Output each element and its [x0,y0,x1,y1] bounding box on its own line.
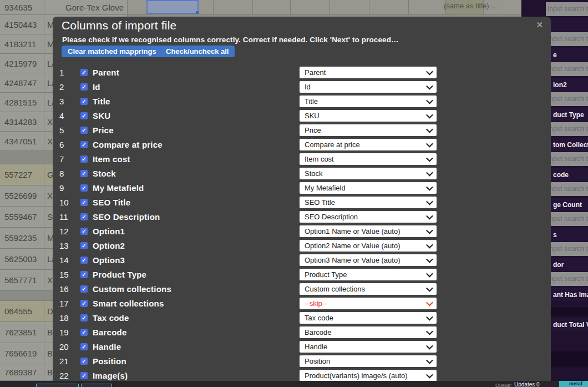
mapping-select[interactable]: Option2 Name or Value (auto) [300,240,437,252]
column-checkbox[interactable]: ✓ [80,329,88,336]
column-checkbox[interactable]: ✓ [80,228,88,235]
column-checkbox[interactable]: ✓ [80,170,88,177]
column-checkbox[interactable]: ✓ [80,83,88,91]
mapping-select[interactable]: Tax code [300,312,437,324]
column-checkbox[interactable]: ✓ [80,141,88,148]
mapping-select[interactable]: Title [300,96,437,107]
chevron-down-icon [426,68,433,76]
chevron-down-icon [426,155,433,162]
checkbox-tick-icon: ✓ [82,185,86,191]
column-checkbox[interactable]: ✓ [80,271,88,278]
checkbox-tick-icon: ✓ [82,257,86,263]
column-checkbox[interactable]: ✓ [80,314,88,321]
column-checkbox[interactable]: ✓ [80,242,88,249]
search-input[interactable]: Input search te [546,32,588,46]
row-number: 17 [59,298,76,309]
mapping-select-value: Custom collections [305,283,423,295]
column-checkbox[interactable]: ✓ [80,213,88,220]
fill-handle[interactable] [196,11,199,14]
search-input[interactable]: Input search te [546,212,588,226]
close-icon[interactable]: ✕ [536,20,543,30]
column-checkbox[interactable]: ✓ [80,69,88,76]
mapping-select-value: Position [305,355,423,367]
mapping-select[interactable]: Position [300,355,437,367]
search-input[interactable]: Input search te [546,242,588,256]
mapping-select[interactable]: SEO Title [300,197,437,208]
chevron-down-icon [426,242,433,249]
mapping-select-value: Option3 Name or Value (auto) [305,254,423,266]
status-bar: Queue: Updates 0 metaf [0,381,588,387]
cell-product-id: 4215979 [0,54,44,73]
mapping-select[interactable]: Option3 Name or Value (auto) [300,254,437,266]
column-checkbox[interactable]: ✓ [80,112,88,119]
column-checkbox[interactable]: ✓ [80,155,88,163]
mapping-select[interactable]: Barcode [300,326,437,338]
column-checkbox[interactable]: ✓ [80,257,88,264]
mapping-select[interactable]: Handle [300,341,437,353]
row-number: 11 [59,211,76,223]
row-number: 1 [59,67,76,78]
selected-cell[interactable] [146,0,199,14]
column-checkbox[interactable]: ✓ [80,372,88,379]
checkbox-tick-icon: ✓ [82,329,86,335]
search-input[interactable]: Input search te [546,182,588,196]
search-input[interactable]: Input search te [546,272,588,286]
search-input[interactable]: Input search te [546,92,588,106]
mapping-select-value: --skip-- [305,298,423,309]
chevron-down-icon [426,112,433,119]
cell-product-id: 5592235 [0,228,44,249]
column-checkbox[interactable]: ✓ [80,98,88,105]
metafields-tab[interactable]: metaf [559,381,588,387]
mapping-select[interactable]: --skip-- [300,298,437,309]
chevron-down-icon [426,343,433,350]
sheet-tab[interactable] [36,384,79,387]
panel-column-label: dor [553,258,564,272]
search-input[interactable]: Input search te [546,2,588,16]
mapping-select[interactable]: Id [300,81,437,93]
column-mapping-row: 13 ✓ Option2 Option2 Name or Value (auto… [53,240,551,252]
column-checkbox[interactable]: ✓ [80,343,88,350]
column-label: Option2 [93,240,125,252]
mapping-select[interactable]: SKU [300,110,437,122]
mapping-select[interactable]: SEO Description [300,211,437,223]
check-uncheck-all-button[interactable]: Check/uncheck all [160,46,235,57]
cell-product-id: 5657771 [0,270,44,291]
column-mapping-row: 12 ✓ Option1 Option1 Name or Value (auto… [53,225,551,237]
mapping-select[interactable]: Stock [300,168,437,179]
column-mapping-row: 11 ✓ SEO Description SEO Description [53,211,551,223]
row-number: 5 [59,124,76,136]
mapping-select[interactable]: Product(variants) image/s (auto) [300,370,437,381]
checkbox-tick-icon: ✓ [82,142,86,148]
mapping-select[interactable]: Price [300,124,437,136]
mapping-select[interactable]: Product Type [300,269,437,280]
column-checkbox[interactable]: ✓ [80,184,88,192]
column-checkbox[interactable]: ✓ [80,358,88,365]
mapping-select[interactable]: My Metafield [300,182,437,194]
checkbox-tick-icon: ✓ [82,286,86,292]
row-number: 3 [59,96,76,107]
column-checkbox[interactable]: ✓ [80,300,88,307]
mapping-select[interactable]: Compare at price [300,139,437,150]
mapping-select[interactable]: Custom collections [300,283,437,295]
cell-product-id: 934635 [0,0,44,15]
column-mapping-row: 9 ✓ My Metafield My Metafield [53,182,551,194]
clear-matched-mappings-button[interactable]: Clear matched mapprings [62,46,163,57]
mapping-select[interactable]: Option1 Name or Value (auto) [300,225,437,237]
mapping-select-value: Option1 Name or Value (auto) [305,225,423,237]
sheet-tab[interactable] [81,384,112,387]
row-number: 2 [59,81,76,93]
search-input[interactable]: Input search te [546,122,588,136]
search-input[interactable]: Input search te [546,152,588,166]
column-checkbox[interactable]: ✓ [80,127,88,134]
search-input[interactable]: Input search te [546,62,588,76]
table-cell [330,0,369,15]
column-checkbox[interactable]: ✓ [80,199,88,206]
updates-counter: Updates 0 [514,381,540,387]
column-mapping-row: 5 ✓ Price Price [53,124,551,136]
checkbox-tick-icon: ✓ [82,170,86,177]
mapping-select-value: SEO Title [305,197,423,208]
column-checkbox[interactable]: ✓ [80,285,88,293]
mapping-select[interactable]: Parent [300,67,437,78]
mapping-select[interactable]: Item cost [300,153,437,165]
import-columns-modal: Columns of import file ✕ Please check if… [53,17,551,384]
